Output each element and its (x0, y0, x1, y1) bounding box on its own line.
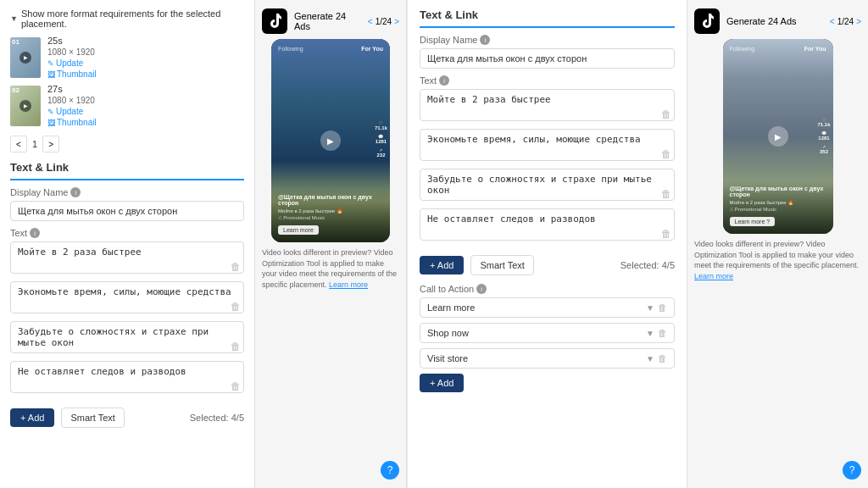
display-name-label: Display Name i (10, 187, 244, 197)
delete-icon-2[interactable]: 🗑 (231, 301, 241, 313)
text-area-wrapper-1: 🗑 (10, 241, 244, 276)
trash-icon-cta-2[interactable]: 🗑 (658, 328, 667, 338)
video-resolution-1: 1080 × 1920 (47, 47, 97, 57)
phone-video-bg-right: Following For You ♡ 71.1k 💬 1281 ↗ 352 (723, 39, 833, 234)
gen-page-num-right: 1/24 (837, 17, 854, 26)
help-button-right[interactable]: ? (843, 461, 861, 480)
right-add-text-button[interactable]: + Add (420, 256, 464, 274)
play-icon-1 (19, 52, 31, 64)
right-text-input-1[interactable] (420, 89, 675, 121)
trash-icon-cta-1[interactable]: 🗑 (658, 302, 667, 313)
phone-stats: ♡ 71.1k 💬 1281 ↗ 232 (375, 120, 387, 158)
text-input-3[interactable] (10, 321, 244, 353)
phone-caption: Мойте в 2 раза быстрее 🔥 (278, 208, 383, 214)
text-link-section-title: Text & Link (10, 161, 244, 180)
video-info-1: 25s 1080 × 1920 Update Thumbnail (47, 36, 97, 79)
help-button-middle[interactable]: ? (381, 461, 399, 480)
video-thumbnail-btn-2[interactable]: Thumbnail (47, 118, 97, 127)
video-thumbnail-1: 01 (10, 37, 41, 78)
gen-pagination-right: < 1/24 > (830, 17, 861, 26)
phone-bottom-right: @Щетка для мытья окон с двух сторон Мойт… (723, 180, 833, 234)
text-input-4[interactable] (10, 361, 244, 393)
video-item-1: 01 25s 1080 × 1920 Update Thumbnail (10, 36, 244, 79)
right-text-input-3[interactable] (420, 169, 675, 201)
smart-text-button[interactable]: Smart Text (61, 408, 124, 428)
cta-section: Call to Action i Learn more ▼ 🗑 Shop now… (420, 284, 675, 392)
phone-video-bg-middle: Following For You ♡ 71.1k 💬 1281 ↗ 232 (271, 39, 390, 242)
video-thumbnail-btn-1[interactable]: Thumbnail (47, 69, 97, 79)
display-name-info-icon: i (70, 187, 81, 197)
right-display-name-label: Display Name i (420, 35, 675, 45)
cta-add-button[interactable]: + Add (420, 374, 464, 392)
delete-icon-3[interactable]: 🗑 (231, 341, 241, 352)
video-update-btn-2[interactable]: Update (47, 107, 97, 116)
gen-page-num-middle: 1/24 (376, 17, 392, 26)
gen-prev-btn-middle[interactable]: < (368, 17, 373, 26)
right-delete-icon-2[interactable]: 🗑 (661, 148, 671, 160)
right-text-info-icon: i (439, 75, 449, 86)
display-name-input[interactable] (10, 201, 244, 221)
phone-username-right: @Щетка для мытья окон с двух сторон (730, 186, 826, 197)
right-text-wrapper-1: 🗑 (420, 89, 675, 124)
generate-title-middle: Generate 24 Ads (294, 11, 361, 31)
right-text-input-2[interactable] (420, 129, 675, 161)
gen-next-btn-right[interactable]: > (856, 17, 861, 26)
chevron-down-icon-2: ▼ (646, 329, 654, 338)
text-area-wrapper-4: 🗑 (10, 361, 244, 396)
chevron-down-icon-1: ▼ (646, 303, 654, 313)
cta-option-2: Shop now (427, 328, 469, 338)
phone-music: ♫ Promotional Music (278, 215, 383, 220)
video-resolution-2: 1080 × 1920 (47, 96, 97, 105)
text-input-2[interactable] (10, 281, 244, 313)
selected-count: Selected: 4/5 (190, 413, 244, 423)
middle-preview-panel: Generate 24 Ads < 1/24 > Following For Y… (254, 0, 407, 488)
text-area-wrapper-3: 🗑 (10, 321, 244, 356)
far-right-panel: Generate 24 Ads < 1/24 > Following For Y… (687, 0, 868, 488)
learn-more-link-right[interactable]: Learn more (694, 272, 733, 280)
gen-prev-btn-right[interactable]: < (830, 17, 835, 26)
phone-cta: Learn more (278, 225, 319, 235)
right-text-input-4[interactable] (420, 208, 675, 241)
video-info-2: 27s 1080 × 1920 Update Thumbnail (47, 84, 97, 127)
phone-play-btn (320, 130, 341, 151)
learn-more-link-middle[interactable]: Learn more (329, 280, 368, 289)
phone-stats-right: ♡ 71.1k 💬 1281 ↗ 352 (817, 117, 830, 154)
video-update-btn-1[interactable]: Update (47, 58, 97, 68)
video-notice-right: Video looks different in preview? Video … (694, 239, 861, 281)
video-duration-1: 25s (47, 36, 97, 46)
right-text-wrapper-3: 🗑 (420, 169, 675, 203)
cta-option-1: Learn more (427, 302, 475, 313)
gen-next-btn-middle[interactable]: > (394, 17, 399, 26)
stat-likes: ♡ 71.1k (375, 120, 387, 130)
video-notice-middle: Video looks different in preview? Video … (262, 247, 399, 290)
stat-shares: ↗ 232 (375, 147, 387, 158)
cta-dropdown-3[interactable]: Visit store ▼ 🗑 (420, 348, 675, 369)
right-display-name-input[interactable] (420, 48, 675, 69)
right-delete-icon-3[interactable]: 🗑 (661, 188, 671, 200)
text-info-icon: i (30, 228, 40, 238)
video-list: 01 25s 1080 × 1920 Update Thumbnail 02 2… (10, 36, 244, 127)
right-add-bar: + Add Smart Text Selected: 4/5 (420, 255, 675, 275)
add-text-button[interactable]: + Add (10, 408, 54, 427)
cta-dropdown-2[interactable]: Shop now ▼ 🗑 (420, 323, 675, 343)
show-more-format-link[interactable]: Show more format requirements for the se… (10, 8, 244, 29)
text-input-1[interactable] (10, 241, 244, 274)
cta-dropdown-1[interactable]: Learn more ▼ 🗑 (420, 297, 675, 318)
video-pagination: < 1 > (10, 136, 244, 152)
delete-icon-1[interactable]: 🗑 (231, 261, 241, 273)
video-actions-1: Update Thumbnail (47, 58, 97, 79)
right-delete-icon-1[interactable]: 🗑 (661, 108, 671, 120)
prev-page-btn[interactable]: < (10, 136, 27, 152)
next-page-btn[interactable]: > (42, 136, 59, 152)
phone-cta-right: Learn more ? (730, 217, 776, 226)
phone-play-btn-right (768, 126, 788, 147)
phone-music-right: ♫ Promotional Music (730, 207, 826, 212)
trash-icon-cta-3[interactable]: 🗑 (658, 353, 667, 363)
text-label: Text i (10, 228, 244, 238)
stat-likes-right: ♡ 71.1k (817, 117, 830, 127)
right-delete-icon-4[interactable]: 🗑 (661, 228, 671, 240)
phone-overlay-top-right: Following For You (730, 46, 826, 52)
right-smart-text-button[interactable]: Smart Text (470, 255, 533, 275)
text-area-wrapper-2: 🗑 (10, 281, 244, 316)
delete-icon-4[interactable]: 🗑 (231, 380, 241, 392)
